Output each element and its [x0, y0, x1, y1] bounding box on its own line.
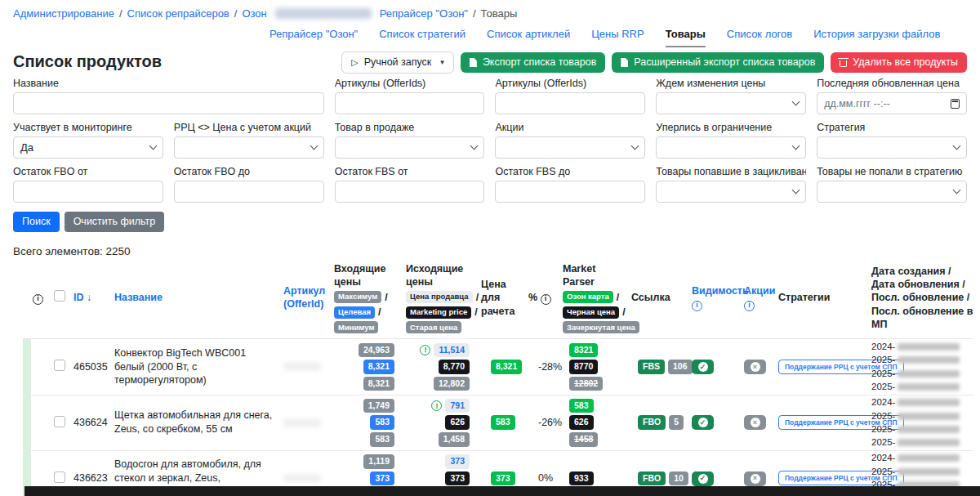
date-created: 2024-	[871, 452, 895, 464]
column-promos[interactable]: Акции i	[744, 284, 777, 311]
promo-off-icon[interactable]: ×	[744, 415, 766, 430]
filter-waiting-price-change-label: Ждем изменения цены	[656, 78, 806, 89]
incoming-min-badge: 8,321	[363, 377, 394, 391]
select-all-checkbox[interactable]	[54, 290, 65, 302]
tab-rrp-prices[interactable]: Цены RRP	[591, 28, 644, 47]
market-parser-cell: 8321 8770 12802	[563, 343, 630, 391]
export-products-button[interactable]: Экспорт списка товаров	[461, 52, 605, 73]
filter-rrc-vs-price-select[interactable]	[174, 136, 324, 159]
legend-crossed-price-badge: Зачеркнутая цена	[563, 321, 639, 333]
tab-file-upload-history[interactable]: История загрузки файлов	[813, 28, 940, 47]
link-cell: FBO 10	[631, 471, 690, 486]
visibility-on-icon[interactable]: ✓	[692, 415, 714, 430]
row-status-strip	[23, 395, 31, 450]
tab-products[interactable]: Товары	[666, 28, 706, 47]
column-artikul[interactable]: Артикул (OfferId)	[283, 284, 332, 311]
column-market-parser: Market Parser Озон карта/ Черная цена/ З…	[563, 262, 630, 334]
tab-strategies-list[interactable]: Список стратегий	[379, 28, 466, 47]
promo-off-icon[interactable]: ×	[744, 471, 766, 486]
filter-strategy-select[interactable]	[817, 136, 967, 159]
breadcrumb-admin[interactable]: Администрирование	[13, 7, 114, 20]
row-checkbox[interactable]	[54, 416, 65, 427]
tab-repricer-ozon[interactable]: Репрайсер "Озон"	[270, 28, 358, 47]
info-icon[interactable]: i	[744, 301, 755, 311]
info-icon[interactable]: i	[692, 301, 702, 311]
chevron-down-icon	[792, 98, 800, 106]
visibility-on-icon[interactable]: ✓	[692, 471, 714, 486]
filter-promos-select[interactable]	[495, 136, 645, 159]
tab-articles-list[interactable]: Список артиклей	[487, 28, 570, 47]
document-icon	[621, 58, 628, 67]
column-visibility[interactable]: Видимость i	[692, 284, 742, 311]
artikul-redacted	[283, 363, 321, 370]
breadcrumb-ozon[interactable]: Озон	[242, 7, 266, 20]
filter-limit-hit-label: Уперлись в ограничение	[656, 122, 806, 133]
calendar-icon	[951, 99, 960, 109]
date-redacted	[898, 356, 960, 364]
caret-down-icon: ▾	[440, 59, 444, 66]
row-checkbox[interactable]	[54, 471, 65, 483]
legend-min-badge: Минимум	[334, 321, 378, 333]
stock-type-badge[interactable]: FBO	[638, 471, 666, 486]
filter-offerids-2-input[interactable]	[495, 92, 645, 114]
breadcrumb-repricers-list[interactable]: Список репрайсеров	[127, 7, 229, 20]
market-parser-cell: 933	[563, 471, 630, 486]
manual-run-button[interactable]: ▷ Ручной запуск ▾	[341, 51, 454, 74]
date-last-refresh: 2025-	[871, 423, 895, 436]
document-icon	[470, 58, 477, 67]
horizontal-scrollbar[interactable]	[24, 486, 980, 496]
filter-fbo-from-input[interactable]	[13, 181, 163, 203]
play-icon: ▷	[351, 58, 358, 67]
filter-limit-hit-select[interactable]	[656, 136, 806, 159]
row-id: 436623	[74, 472, 113, 484]
filter-waiting-price-change-select[interactable]	[656, 92, 806, 114]
filter-looping-select[interactable]	[656, 181, 806, 203]
breadcrumb-separator: /	[119, 7, 122, 20]
extended-export-products-button[interactable]: Расширенный экспорт списка товаров	[612, 52, 824, 73]
filter-offerids-1-input[interactable]	[335, 92, 485, 114]
filter-fbs-from-label: Остаток FBS от	[335, 166, 485, 177]
table-header: i ID ↓ Название Артикул (OfferId) Входящ…	[23, 262, 973, 340]
column-outgoing-prices: Исходящие цены Цена продавца/ Marketing …	[406, 262, 479, 334]
filter-fbs-from-input[interactable]	[335, 181, 485, 203]
legend-old-price-badge: Старая цена	[406, 321, 461, 333]
filter-no-strategy-select[interactable]	[817, 181, 967, 203]
date-redacted	[898, 343, 960, 351]
products-table: i ID ↓ Название Артикул (OfferId) Входящ…	[0, 257, 980, 496]
column-id[interactable]: ID ↓	[74, 291, 113, 304]
filter-on-sale-select[interactable]	[335, 136, 485, 159]
legend-max-badge: Максимум	[334, 291, 381, 303]
clear-filter-button[interactable]: Очистить фильтр	[65, 212, 165, 232]
date-created: 2024-	[871, 341, 895, 353]
promo-off-icon[interactable]: ×	[744, 360, 766, 374]
row-checkbox[interactable]	[54, 360, 65, 371]
delete-all-products-button[interactable]: Удалить все продукты	[831, 52, 967, 73]
search-button[interactable]: Поиск	[13, 212, 60, 232]
price-warning-icon[interactable]: !	[420, 345, 430, 355]
mp-black-price-badge: 8770	[569, 360, 598, 374]
tab-logs-list[interactable]: Список логов	[727, 28, 792, 47]
filter-name-input[interactable]	[13, 92, 324, 114]
date-last-refresh-mp: 2025-	[871, 381, 895, 393]
date-redacted	[898, 399, 960, 406]
column-name[interactable]: Название	[114, 291, 282, 304]
filter-last-updated-price-date-input[interactable]: дд.мм.гггг --:--	[817, 92, 967, 114]
stock-type-badge[interactable]: FBO	[638, 415, 666, 430]
date-redacted	[898, 426, 960, 433]
price-warning-icon[interactable]: !	[431, 400, 442, 411]
legend-seller-price-badge: Цена продавца	[406, 291, 473, 303]
filter-monitoring-select[interactable]: Да	[13, 136, 163, 159]
filter-no-strategy-label: Товары не попали в стратегию	[817, 166, 967, 177]
info-icon[interactable]: i	[541, 294, 551, 305]
info-icon[interactable]: i	[33, 294, 43, 305]
incoming-max-badge: 24,963	[359, 343, 394, 358]
filter-fbo-to-input[interactable]	[174, 181, 324, 203]
filter-fbs-to-input[interactable]	[495, 181, 645, 203]
filter-fbo-to-label: Остаток FBO до	[174, 166, 324, 177]
stock-type-badge[interactable]: FBS	[638, 360, 665, 374]
dates-cell: 2024- 2025- 2025- 2025-	[871, 395, 973, 450]
breadcrumb-repricer-ozon[interactable]: Репрайсер "Озон"	[380, 7, 468, 20]
chevron-down-icon	[953, 142, 961, 150]
calc-price-badge: 8,321	[491, 360, 522, 374]
visibility-on-icon[interactable]: ✓	[692, 360, 714, 374]
